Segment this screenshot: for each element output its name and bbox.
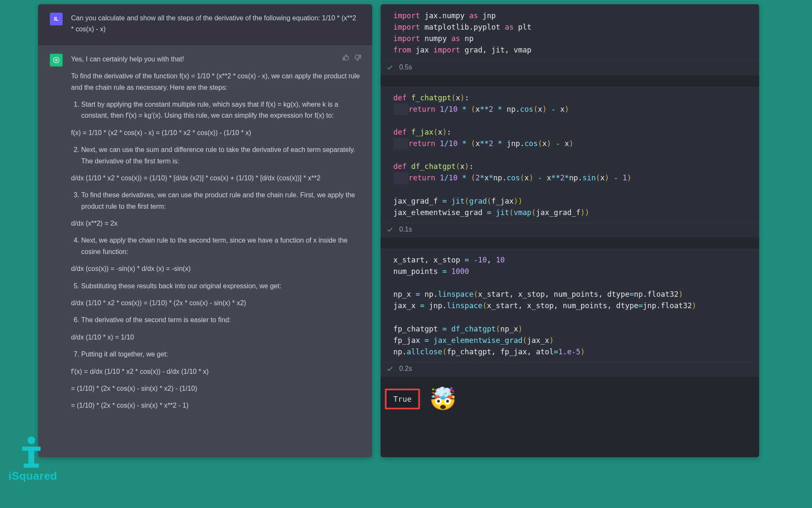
cell-3-timing: 0.2s bbox=[381, 362, 759, 377]
equation-4: d/dx (cos(x)) = -sin(x) * d/dx (x) = -si… bbox=[71, 263, 360, 274]
user-message-text: Can you calculate and show all the steps… bbox=[71, 13, 360, 35]
code-block-1: import jax.numpy as jnp import matplotli… bbox=[381, 10, 759, 61]
equation-7c: = (1/10) * (2x * cos(x) - sin(x) * x**2 … bbox=[71, 400, 360, 411]
mind-blown-emoji: 🤯 bbox=[429, 388, 457, 410]
cell-1-time-text: 0.5s bbox=[399, 64, 412, 71]
thumbs-up-icon[interactable] bbox=[342, 54, 349, 63]
user-avatar: IL bbox=[50, 13, 63, 25]
cell-3-output: True 🤯 bbox=[385, 388, 759, 410]
output-true-box: True bbox=[385, 389, 420, 409]
equation-2: d/dx (1/10 * x2 * cos(x)) = (1/10) * [d/… bbox=[71, 173, 360, 184]
step-4: Next, we apply the chain rule to the sec… bbox=[81, 235, 360, 257]
equation-5: d/dx (1/10 * x2 * cos(x)) = (1/10) * (2x… bbox=[71, 298, 360, 309]
ai-message-body: Yes, I can certainly help you with that!… bbox=[71, 54, 360, 450]
equation-7a: f'(x) = d/dx (1/10 * x2 * cos(x)) - d/dx… bbox=[71, 366, 360, 377]
code-cell-3[interactable]: x_start, x_stop = -10, 10 num_points = 1… bbox=[381, 248, 759, 377]
check-icon bbox=[387, 226, 393, 233]
chat-panel: IL Can you calculate and show all the st… bbox=[38, 4, 372, 457]
openai-icon bbox=[52, 56, 60, 64]
ai-explain: To find the derivative of the function f… bbox=[71, 71, 360, 93]
step-3: To find these derivatives, we can use th… bbox=[81, 190, 360, 212]
logo-glyph bbox=[22, 436, 41, 468]
code-cell-1[interactable]: import jax.numpy as jnp import matplotli… bbox=[381, 4, 759, 75]
thumbs-down-icon[interactable] bbox=[354, 54, 362, 63]
equation-1: f(x) = 1/10 * (x2 * cos(x) - x) = (1/10 … bbox=[71, 127, 360, 138]
step-7: Putting it all together, we get: bbox=[81, 349, 360, 360]
cell-3-time-text: 0.2s bbox=[399, 365, 412, 373]
step-5: Substituting these results back into our… bbox=[81, 281, 360, 292]
code-block-3: x_start, x_stop = -10, 10 num_points = 1… bbox=[381, 254, 759, 362]
code-block-2: def f_chatgpt(x): return 1/10 * (x**2 * … bbox=[381, 92, 759, 223]
check-icon bbox=[387, 64, 393, 71]
ai-intro: Yes, I can certainly help you with that! bbox=[71, 54, 360, 65]
cell-1-timing: 0.5s bbox=[381, 61, 759, 75]
code-cell-2[interactable]: def f_chatgpt(x): return 1/10 * (x**2 * … bbox=[381, 86, 759, 237]
isquared-logo: iSquared bbox=[8, 436, 57, 483]
step-6: The derivative of the second term is eas… bbox=[81, 315, 360, 326]
user-message-row: IL Can you calculate and show all the st… bbox=[38, 4, 372, 45]
check-icon bbox=[387, 365, 393, 372]
notebook-panel: import jax.numpy as jnp import matplotli… bbox=[381, 4, 759, 457]
equation-7b: = (1/10) * (2x * cos(x) - sin(x) * x2) -… bbox=[71, 383, 360, 394]
logo-text: iSquared bbox=[8, 469, 57, 482]
ai-avatar bbox=[50, 54, 63, 66]
equation-6: d/dx (1/10 * x) = 1/10 bbox=[71, 332, 360, 343]
feedback-buttons bbox=[342, 54, 362, 63]
step-1: Start by applying the constant multiple … bbox=[81, 99, 360, 121]
step-2: Next, we can use the sum and difference … bbox=[81, 144, 360, 167]
cell-2-timing: 0.1s bbox=[381, 223, 759, 237]
cell-2-time-text: 0.1s bbox=[399, 226, 412, 233]
equation-3: d/dx (x**2) = 2x bbox=[71, 218, 360, 229]
ai-message-row: Yes, I can certainly help you with that!… bbox=[38, 45, 372, 457]
